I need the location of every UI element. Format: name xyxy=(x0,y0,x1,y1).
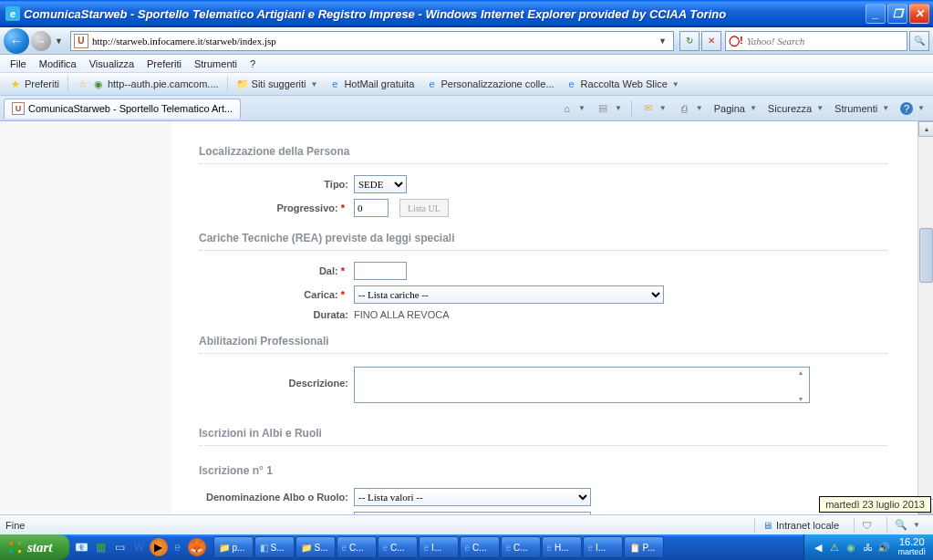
minimize-button[interactable]: _ xyxy=(866,4,886,24)
chevron-down-icon: ▼ xyxy=(672,80,679,88)
menu-preferiti[interactable]: Preferiti xyxy=(140,57,188,71)
task-btn[interactable]: 📁S... xyxy=(295,536,336,558)
ql-wmp-icon[interactable]: ▶ xyxy=(150,538,168,556)
task-btn[interactable]: eI... xyxy=(419,536,459,558)
address-bar[interactable]: U ▼ xyxy=(70,31,674,51)
task-btn[interactable]: ◧S... xyxy=(254,536,295,558)
tools-menu[interactable]: Strumenti ▼ xyxy=(830,101,894,116)
section-abilitazioni: Abilitazioni Professionali xyxy=(199,329,887,354)
home-button[interactable]: ⌂▼ xyxy=(555,99,590,117)
fav-link-auth[interactable]: ☆ ◉ http--auth.pie.camcom.... xyxy=(71,76,224,92)
fav-personalizzazione[interactable]: e Personalizzazione colle... xyxy=(420,76,559,92)
browser-tab[interactable]: U ComunicaStarweb - Sportello Telematico… xyxy=(4,99,241,119)
task-btn[interactable]: eI... xyxy=(583,536,623,558)
tab-title: ComunicaStarweb - Sportello Telematico A… xyxy=(28,103,233,114)
window-titlebar: e ComunicaStarweb - Sportello Telematico… xyxy=(0,0,933,27)
ql-excel-icon[interactable]: ▦ xyxy=(92,538,110,556)
tipo-select[interactable]: SEDE xyxy=(354,175,407,193)
ql-ie-icon[interactable]: e xyxy=(169,538,187,556)
search-input[interactable] xyxy=(747,36,904,47)
left-sidebar xyxy=(0,121,171,514)
ql-outlook-icon[interactable]: 📧 xyxy=(73,538,91,556)
search-go-button[interactable]: 🔍 xyxy=(909,31,929,51)
help-button[interactable]: ?▼ xyxy=(896,100,929,117)
ql-desktop-icon[interactable]: ▭ xyxy=(111,538,130,556)
forward-button[interactable]: → xyxy=(31,31,51,51)
section-iscrizioni: Iscrizioni in Albi e Ruoli xyxy=(199,421,887,446)
task-btn[interactable]: eC... xyxy=(501,536,541,558)
lista-ul-button[interactable]: Lista UL xyxy=(399,199,449,217)
task-btn[interactable]: 📁p... xyxy=(213,536,254,558)
durata-label: Durata: xyxy=(199,309,354,320)
refresh-button[interactable]: ↻ xyxy=(679,31,700,51)
windows-taskbar: start 📧 ▦ ▭ W ▶ e 🦊 📁p... ◧S... 📁S... eC… xyxy=(0,534,933,560)
menu-visualizza[interactable]: Visualizza xyxy=(83,57,140,71)
tray-volume-icon[interactable]: 🔊 xyxy=(877,541,890,554)
star-icon: ☆ xyxy=(77,78,89,90)
stop-button[interactable]: ✕ xyxy=(701,31,721,51)
fav-webslice[interactable]: e Raccolta Web Slice ▼ xyxy=(560,76,685,92)
tray-network-icon[interactable]: 🖧 xyxy=(861,541,874,554)
tray-icon[interactable]: ◀ xyxy=(812,541,824,554)
nav-bar: ← → ▼ U ▼ ↻ ✕ ◯! 🔍 xyxy=(0,27,933,55)
denominazione-label: Denominazione Albo o Ruolo: xyxy=(199,492,354,503)
security-menu[interactable]: Sicurezza ▼ xyxy=(763,101,828,116)
main-form: Localizzazione della Persona Tipo: SEDE … xyxy=(171,121,915,514)
system-tray: ◀ ⚠ ◉ 🖧 🔊 16.20 martedì xyxy=(803,534,933,560)
task-btn[interactable]: eH... xyxy=(542,536,582,558)
feeds-button[interactable]: ▤▼ xyxy=(592,99,627,117)
menu-help[interactable]: ? xyxy=(244,57,262,71)
close-button[interactable]: ✕ xyxy=(909,4,929,24)
address-input[interactable] xyxy=(92,36,655,47)
page-content: Localizzazione della Persona Tipo: SEDE … xyxy=(0,121,933,514)
nav-history-dropdown[interactable]: ▼ xyxy=(55,36,63,46)
status-zone[interactable]: 🖥 Intranet locale xyxy=(754,518,846,533)
search-box[interactable]: ◯! xyxy=(725,31,907,51)
ie-page-icon: e xyxy=(328,78,341,90)
menu-strumenti[interactable]: Strumenti xyxy=(188,57,244,71)
site-icon: U xyxy=(74,34,88,48)
denominazione-select[interactable]: -- Lista valori -- xyxy=(354,488,591,506)
scroll-thumb[interactable] xyxy=(919,228,933,283)
ql-word-icon[interactable]: W xyxy=(130,538,149,556)
dal-input[interactable] xyxy=(354,262,407,280)
clock[interactable]: 16.20 martedì xyxy=(897,537,926,557)
menu-bar: File Modifica Visualizza Preferiti Strum… xyxy=(0,55,933,73)
quick-launch: 📧 ▦ ▭ W ▶ e 🦊 xyxy=(73,538,206,556)
maximize-button[interactable]: ❐ xyxy=(887,4,907,24)
back-button[interactable]: ← xyxy=(4,28,29,54)
fav-hotmail[interactable]: e HotMail gratuita xyxy=(323,76,420,92)
address-dropdown[interactable]: ▼ xyxy=(658,36,667,46)
status-zoom[interactable]: 🔍▼ xyxy=(886,517,928,533)
descrizione-textarea[interactable] xyxy=(354,367,810,403)
start-button[interactable]: start xyxy=(0,534,69,560)
task-btn[interactable]: eC... xyxy=(337,536,377,558)
carica-select[interactable]: -- Lista cariche -- xyxy=(354,285,664,304)
progressivo-input[interactable] xyxy=(354,199,389,217)
task-btn[interactable]: eC... xyxy=(378,536,418,558)
ql-firefox-icon[interactable]: 🦊 xyxy=(188,538,206,556)
menu-modifica[interactable]: Modifica xyxy=(33,57,83,71)
tray-icon[interactable]: ⚠ xyxy=(828,541,841,554)
print-button[interactable]: ⎙▼ xyxy=(673,99,708,117)
task-btn[interactable]: eC... xyxy=(460,536,500,558)
home-icon: ⌂ xyxy=(560,101,574,115)
scroll-up-button[interactable]: ▴ xyxy=(918,121,933,137)
favorites-button[interactable]: ★ Preferiti xyxy=(4,76,65,92)
textarea-scroll-down[interactable]: ▾ xyxy=(793,395,808,403)
tray-icon[interactable]: ◉ xyxy=(845,541,857,554)
rss-icon: ▤ xyxy=(596,101,610,115)
textarea-scroll-up[interactable]: ▴ xyxy=(793,368,808,377)
section-cariche: Cariche Tecniche (REA) previste da leggi… xyxy=(199,226,887,251)
print-icon: ⎙ xyxy=(678,101,691,115)
page-menu[interactable]: Pagina ▼ xyxy=(710,101,762,116)
status-bar: Fine 🖥 Intranet locale 🛡 🔍▼ martedì 23 l… xyxy=(0,514,933,534)
menu-file[interactable]: File xyxy=(4,57,33,71)
chevron-down-icon: ▼ xyxy=(311,80,318,88)
fav-siti-suggeriti[interactable]: 📁 Siti suggeriti ▼ xyxy=(231,76,324,92)
tab-bar: U ComunicaStarweb - Sportello Telematico… xyxy=(0,96,933,121)
mail-button[interactable]: ✉▼ xyxy=(637,99,671,117)
globe-icon: 🖥 xyxy=(762,520,772,531)
task-btn[interactable]: 📋P... xyxy=(624,536,664,558)
vertical-scrollbar[interactable]: ▴ ▾ xyxy=(917,121,933,514)
